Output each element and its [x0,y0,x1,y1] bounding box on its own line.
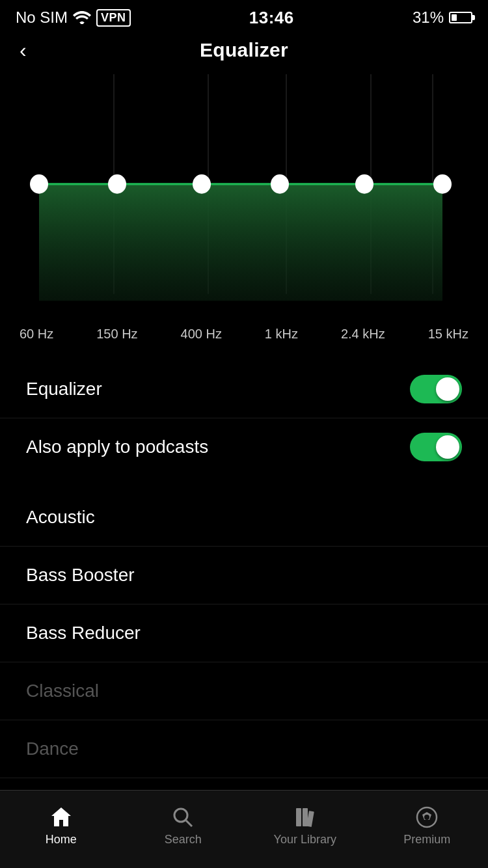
eq-handle-2[interactable] [108,174,126,194]
back-button[interactable]: ‹ [20,38,27,62]
home-icon [49,806,73,829]
page-title: Equalizer [200,39,288,61]
status-right: 31% [413,8,472,27]
battery-fill [452,14,457,21]
content-scroll[interactable]: 60 Hz 150 Hz 400 Hz 1 kHz 2.4 kHz 15 kHz… [0,74,488,780]
eq-fill [39,184,442,301]
preset-item-dance[interactable]: Dance [0,720,488,778]
battery-icon [449,12,472,23]
battery-body [449,12,472,23]
preset-list: Acoustic Bass Booster Bass Reducer Class… [0,489,488,778]
preset-item-bass-booster[interactable]: Bass Booster [0,547,488,604]
eq-frequency-labels: 60 Hz 150 Hz 400 Hz 1 kHz 2.4 kHz 15 kHz [20,321,468,342]
carrier-text: No SIM [16,8,68,27]
eq-handle-6[interactable] [433,174,452,194]
podcast-toggle-label: Also apply to podcasts [26,437,208,457]
nav-item-library[interactable]: Your Library [244,806,366,847]
freq-label-5: 2.4 kHz [341,327,385,342]
equalizer-toggle-label: Equalizer [26,379,102,400]
status-left: No SIM VPN [16,8,131,27]
eq-handle-4[interactable] [271,174,289,194]
freq-label-6: 15 kHz [428,327,468,342]
podcast-toggle-knob [436,435,459,459]
battery-percent: 31% [413,8,444,27]
eq-handle-1[interactable] [30,174,48,194]
eq-graph-svg[interactable] [20,74,468,321]
nav-label-home: Home [46,833,77,847]
freq-label-2: 150 Hz [96,327,137,342]
status-bar: No SIM VPN 13:46 31% [0,0,488,33]
svg-rect-2 [296,808,301,826]
freq-label-3: 400 Hz [181,327,222,342]
nav-label-premium: Premium [403,833,450,847]
svg-line-1 [186,821,192,826]
bottom-nav: Home Search Your Library [0,790,488,868]
time-display: 13:46 [249,8,294,28]
eq-handle-3[interactable] [193,174,211,194]
settings-section: Equalizer Also apply to podcasts [0,347,488,489]
podcast-toggle-row: Also apply to podcasts [0,418,488,476]
premium-icon [415,806,439,829]
equalizer-toggle[interactable] [410,375,462,403]
nav-label-library: Your Library [274,833,336,847]
library-icon [293,806,317,829]
preset-item-acoustic[interactable]: Acoustic [0,489,488,547]
nav-item-search[interactable]: Search [122,806,245,847]
equalizer-toggle-row: Equalizer [0,360,488,418]
preset-item-classical[interactable]: Classical [0,662,488,720]
header: ‹ Equalizer [0,33,488,74]
equalizer-toggle-knob [436,377,459,401]
nav-label-search: Search [165,833,202,847]
wifi-icon [73,11,91,24]
svg-point-6 [424,815,429,820]
search-icon [171,806,195,829]
eq-handle-5[interactable] [355,174,373,194]
svg-point-0 [174,809,187,822]
vpn-badge: VPN [96,9,131,27]
podcast-toggle[interactable] [410,433,462,461]
preset-item-bass-reducer[interactable]: Bass Reducer [0,604,488,662]
eq-graph-container: 60 Hz 150 Hz 400 Hz 1 kHz 2.4 kHz 15 kHz [20,74,468,347]
nav-item-home[interactable]: Home [0,806,122,847]
nav-item-premium[interactable]: Premium [366,806,489,847]
freq-label-4: 1 kHz [265,327,298,342]
freq-label-1: 60 Hz [20,327,53,342]
